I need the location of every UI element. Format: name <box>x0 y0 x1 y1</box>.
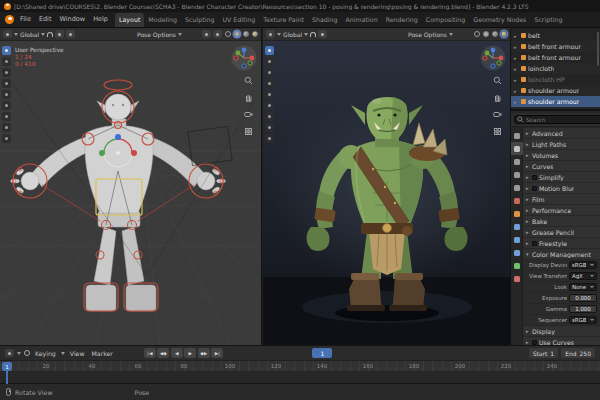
frame-end-field[interactable]: End 250 <box>561 348 595 358</box>
outliner-item[interactable]: ▸shoulder armour <box>511 96 600 107</box>
panel-grease-pencil[interactable]: ▸Grease Pencil <box>523 226 600 237</box>
timeline-menu-view[interactable]: View <box>68 350 87 357</box>
blender-menu-icon[interactable] <box>5 15 14 24</box>
pivot-point-icon[interactable] <box>55 30 64 38</box>
tool-button[interactable] <box>2 112 11 121</box>
workspace-tab-animation[interactable]: Animation <box>342 13 382 27</box>
shading-rendered-icon[interactable] <box>501 31 507 37</box>
disclosure-icon[interactable]: ▸ <box>514 66 519 72</box>
workspace-tab-modeling[interactable]: Modeling <box>144 13 181 27</box>
tool-button[interactable] <box>265 57 274 66</box>
setting-exposure-slider[interactable]: 0.000 <box>569 294 597 302</box>
outliner-item[interactable]: ▸loincloth HP <box>511 74 600 85</box>
checkbox[interactable] <box>532 340 537 345</box>
overlays-icon[interactable] <box>213 30 222 38</box>
panel-display[interactable]: ▸Display <box>523 325 600 336</box>
shading-material-icon[interactable] <box>492 31 498 37</box>
checkbox[interactable] <box>532 241 537 246</box>
panel-use-curves[interactable]: ▸Use Curves <box>523 336 600 345</box>
show-gizmo-icon[interactable] <box>202 30 211 38</box>
disclosure-icon[interactable]: ▸ <box>514 88 519 94</box>
orientation-dropdown[interactable]: Global <box>20 31 39 38</box>
camera-view-icon[interactable] <box>244 110 253 121</box>
navigation-gizmo[interactable] <box>231 45 257 73</box>
setting-look-dropdown[interactable]: None <box>569 283 597 291</box>
workspace-tab-rendering[interactable]: Rendering <box>382 13 422 27</box>
viewport-canvas-rendered[interactable] <box>263 41 511 345</box>
properties-tab-object-data[interactable] <box>511 259 523 272</box>
menu-file[interactable]: File <box>16 11 35 27</box>
panel-volumes[interactable]: ▸Volumes <box>523 149 600 160</box>
menu-help[interactable]: Help <box>89 11 112 27</box>
tool-button[interactable] <box>265 68 274 77</box>
next-keyframe-button[interactable]: ◆▶ <box>198 348 210 358</box>
outliner-scrollbar[interactable] <box>597 32 600 66</box>
pan-hand-icon[interactable] <box>493 93 502 104</box>
proportional-edit-icon[interactable] <box>66 30 75 38</box>
panel-freestyle[interactable]: ▸Freestyle <box>523 237 600 248</box>
setting-display-device-dropdown[interactable]: sRGB <box>569 261 597 269</box>
properties-tab-output[interactable] <box>511 155 523 168</box>
checkbox[interactable] <box>532 175 537 180</box>
tool-button[interactable] <box>2 134 11 143</box>
viewport-canvas-solid[interactable] <box>0 41 262 345</box>
outliner-item[interactable]: ▸shoulder armour <box>511 85 600 96</box>
workspace-tab-compositing[interactable]: Compositing <box>422 13 469 27</box>
workspace-tab-texture-paint[interactable]: Texture Paint <box>259 13 308 27</box>
properties-tab-object[interactable] <box>511 207 523 220</box>
panel-advanced[interactable]: ▸Advanced <box>523 127 600 138</box>
zoom-icon[interactable] <box>244 76 253 87</box>
outliner-item[interactable]: ▸belt <box>511 30 600 41</box>
playhead[interactable]: 1 <box>2 362 12 371</box>
setting-gamma-slider[interactable]: 1.000 <box>569 305 597 313</box>
workspace-tab-uv-editing[interactable]: UV Editing <box>218 13 259 27</box>
keying-dropdown[interactable]: Keying <box>33 350 58 357</box>
tool-button[interactable] <box>265 90 274 99</box>
menu-window[interactable]: Window <box>55 11 89 27</box>
checkbox[interactable] <box>532 186 537 191</box>
outliner-item[interactable]: ▸belt front armour <box>511 41 600 52</box>
pose-options-dropdown[interactable]: Pose Options <box>408 31 447 38</box>
shading-solid-icon[interactable] <box>483 31 489 37</box>
tool-button[interactable] <box>2 123 11 132</box>
tool-button[interactable] <box>2 57 11 66</box>
panel-performance[interactable]: ▸Performance <box>523 204 600 215</box>
editor-type-icon[interactable] <box>5 349 14 357</box>
panel-light-paths[interactable]: ▸Light Paths <box>523 138 600 149</box>
search-input[interactable] <box>526 117 599 123</box>
tool-button[interactable] <box>265 101 274 110</box>
disclosure-icon[interactable]: ▸ <box>514 33 519 39</box>
jump-to-start-button[interactable]: |◀ <box>144 348 156 358</box>
panel-bake[interactable]: ▸Bake <box>523 215 600 226</box>
shading-solid-icon[interactable] <box>234 31 240 37</box>
mode-dropdown-icon[interactable] <box>266 30 275 38</box>
workspace-tab-shading[interactable]: Shading <box>308 13 342 27</box>
pose-options-dropdown[interactable]: Pose Options <box>137 31 176 38</box>
pivot-point-icon[interactable] <box>318 30 327 38</box>
shading-wireframe-icon[interactable] <box>474 31 480 37</box>
prev-keyframe-button[interactable]: ◀◆ <box>157 348 169 358</box>
workspace-tab-layout[interactable]: Layout <box>115 13 144 27</box>
setting-view-transform-dropdown[interactable]: AgX <box>569 272 597 280</box>
disclosure-icon[interactable]: ▸ <box>514 44 519 50</box>
properties-tab-world[interactable] <box>511 194 523 207</box>
timeline-menu-marker[interactable]: Marker <box>89 350 114 357</box>
panel-motion-blur[interactable]: ▸Motion Blur <box>523 182 600 193</box>
properties-tab-tool[interactable] <box>511 129 523 142</box>
toggle-ortho-icon[interactable] <box>244 127 253 138</box>
navigation-gizmo[interactable] <box>480 45 506 73</box>
current-frame-field[interactable]: 1 <box>312 348 332 358</box>
panel-color-management[interactable]: ▾Color Management <box>523 248 600 259</box>
tool-button[interactable] <box>265 112 274 121</box>
snap-magnet-icon[interactable] <box>310 32 316 37</box>
tool-button[interactable] <box>265 123 274 132</box>
outliner-item[interactable]: ▸belt front armour <box>511 52 600 63</box>
mode-dropdown-icon[interactable] <box>3 30 12 38</box>
properties-tab-material[interactable] <box>511 272 523 285</box>
properties-tab-scene[interactable] <box>511 181 523 194</box>
tool-button[interactable] <box>2 101 11 110</box>
play-reverse-button[interactable]: ◀ <box>171 348 183 358</box>
pan-hand-icon[interactable] <box>244 93 253 104</box>
tool-button[interactable] <box>2 79 11 88</box>
camera-view-icon[interactable] <box>493 110 502 121</box>
